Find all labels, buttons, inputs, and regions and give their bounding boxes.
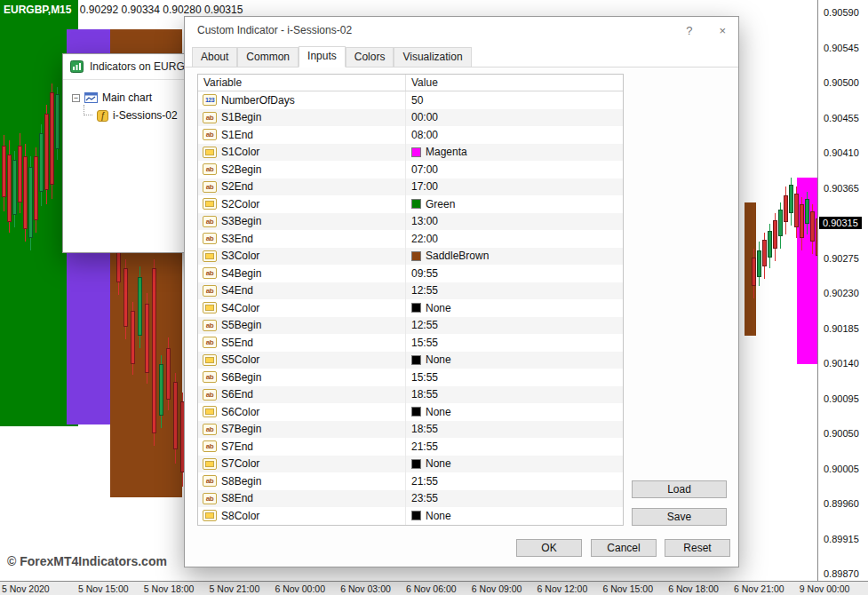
dialog-titlebar[interactable]: Custom Indicator - i-Sessions-02 ? × (185, 17, 738, 44)
value-cell[interactable]: SaddleBrown (406, 248, 623, 266)
value-cell[interactable]: 21:55 (406, 472, 623, 490)
time-axis-label: 6 Nov 12:00 (538, 583, 588, 594)
table-row[interactable]: S8ColorNone (198, 507, 623, 525)
table-row[interactable]: 123NumberOfDays50 (198, 91, 623, 109)
value-cell[interactable]: Green (406, 195, 623, 213)
tab-visualization[interactable]: Visualization (394, 47, 471, 67)
value-cell[interactable]: 07:00 (406, 161, 623, 178)
value-cell[interactable]: 23:55 (406, 490, 623, 508)
table-row[interactable]: abS1Begin00:00 (198, 109, 623, 127)
candle-body (805, 199, 809, 224)
table-row[interactable]: S5ColorNone (198, 352, 623, 369)
table-row[interactable]: abS5Begin12:55 (198, 317, 623, 335)
time-axis-label: 6 Nov 09:00 (472, 583, 522, 594)
value-cell[interactable]: None (406, 507, 623, 525)
number-icon: 123 (203, 94, 217, 106)
time-axis-label: 5 Nov 15:00 (78, 583, 129, 594)
tree-connector-line (84, 105, 92, 115)
table-row[interactable]: abS7End21:55 (198, 438, 623, 456)
table-row[interactable]: abS7Begin18:55 (198, 421, 623, 439)
table-row[interactable]: S7ColorNone (198, 456, 623, 473)
collapse-expander-icon[interactable]: − (72, 94, 80, 102)
table-row[interactable]: abS5End15:55 (198, 334, 623, 352)
table-row[interactable]: abS4End12:55 (198, 282, 623, 300)
table-row[interactable]: abS3End22:00 (198, 230, 623, 248)
table-row[interactable]: S4ColorNone (198, 299, 623, 317)
table-row[interactable]: abS8Begin21:55 (198, 472, 623, 490)
table-row[interactable]: abS6Begin15:55 (198, 369, 623, 386)
variable-cell: abS7End (198, 438, 406, 456)
tab-colors[interactable]: Colors (346, 47, 394, 67)
table-row[interactable]: abS6End18:55 (198, 386, 623, 404)
table-row[interactable]: S1ColorMagenta (198, 144, 623, 162)
variable-name: S5End (221, 337, 253, 349)
ok-button[interactable]: OK (516, 539, 582, 557)
value-cell[interactable]: 18:55 (406, 421, 623, 439)
value-cell[interactable]: Magenta (406, 144, 623, 162)
window-controls: ? × (686, 24, 726, 37)
text-icon: ab (203, 233, 217, 244)
tab-inputs[interactable]: Inputs (299, 46, 346, 67)
cancel-button[interactable]: Cancel (591, 539, 657, 557)
ohlc-values: 0.90292 0.90334 0.90280 0.90315 (80, 4, 243, 16)
column-header-value[interactable]: Value (406, 75, 443, 91)
price-axis-label: 0.90095 (824, 393, 859, 404)
variable-cell: abS4Begin (198, 265, 406, 282)
load-button[interactable]: Load (632, 480, 727, 498)
candle-body (28, 167, 33, 238)
value-cell[interactable]: 50 (406, 91, 623, 109)
candle-body (159, 364, 163, 416)
variable-cell: S1Color (198, 144, 406, 162)
help-icon[interactable]: ? (686, 24, 692, 37)
value-text: 09:55 (411, 267, 438, 280)
value-cell[interactable]: 21:55 (406, 438, 623, 456)
table-row[interactable]: S2ColorGreen (198, 195, 623, 213)
column-header-variable[interactable]: Variable (198, 75, 406, 91)
time-axis-label: 5 Nov 18:00 (144, 583, 195, 594)
value-cell[interactable]: 12:55 (406, 282, 623, 300)
candle-body (55, 94, 60, 149)
variable-cell: abS1End (198, 126, 406, 144)
table-row[interactable]: abS3Begin13:00 (198, 213, 623, 231)
value-cell[interactable]: 09:55 (406, 265, 623, 282)
price-axis[interactable]: 0.905900.905450.905000.904550.904100.903… (817, 0, 868, 581)
table-row[interactable]: S6ColorNone (198, 403, 623, 421)
table-row[interactable]: abS8End23:55 (198, 490, 623, 508)
price-axis-label: 0.90185 (824, 323, 859, 334)
table-row[interactable]: abS2Begin07:00 (198, 161, 623, 178)
value-cell[interactable]: None (406, 403, 623, 421)
value-cell[interactable]: 12:55 (406, 317, 623, 335)
candle-body (810, 211, 815, 242)
text-icon: ab (203, 337, 217, 348)
time-axis[interactable]: 5 Nov 20205 Nov 15:005 Nov 18:005 Nov 21… (0, 581, 868, 595)
value-cell[interactable]: 08:00 (406, 126, 623, 144)
table-row[interactable]: abS2End17:00 (198, 178, 623, 196)
candle-body (794, 194, 799, 227)
value-cell[interactable]: 22:00 (406, 230, 623, 248)
table-row[interactable]: abS4Begin09:55 (198, 265, 623, 282)
value-cell[interactable]: 15:55 (406, 369, 623, 386)
value-cell[interactable]: 00:00 (406, 109, 623, 127)
value-cell[interactable]: 17:00 (406, 178, 623, 196)
value-cell[interactable]: None (406, 352, 623, 369)
value-cell[interactable]: 13:00 (406, 213, 623, 231)
value-cell[interactable]: None (406, 299, 623, 317)
variable-cell: abS5Begin (198, 317, 406, 335)
value-text: 13:00 (411, 215, 438, 227)
candle-body (50, 92, 54, 185)
candle-body (173, 382, 178, 449)
value-cell[interactable]: 15:55 (406, 334, 623, 352)
value-cell[interactable]: None (406, 456, 623, 473)
variable-name: S3End (221, 233, 253, 245)
save-button[interactable]: Save (632, 508, 727, 526)
table-row[interactable]: abS1End08:00 (198, 126, 623, 144)
tab-common[interactable]: Common (237, 47, 299, 67)
candle-body (18, 146, 22, 202)
tab-about[interactable]: About (192, 47, 237, 67)
close-icon[interactable]: × (719, 24, 726, 37)
reset-button[interactable]: Reset (665, 539, 730, 557)
value-text: None (426, 406, 451, 418)
variable-cell: S4Color (198, 299, 406, 317)
value-cell[interactable]: 18:55 (406, 386, 623, 404)
table-row[interactable]: S3ColorSaddleBrown (198, 248, 623, 266)
